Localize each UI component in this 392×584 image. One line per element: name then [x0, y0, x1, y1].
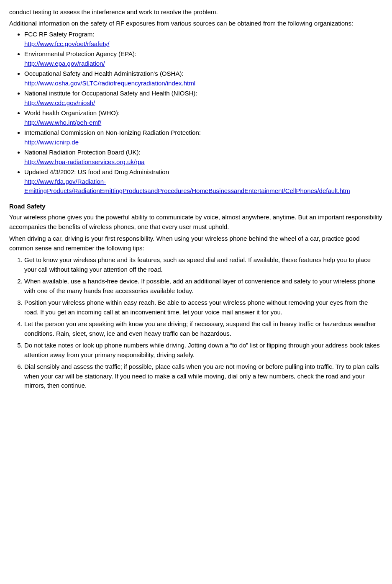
- numbered-item-1: When available, use a hands-free device.…: [24, 277, 383, 296]
- bullet-item-7: Updated 4/3/2002: US food and Drug Admin…: [24, 167, 383, 196]
- numbered-item-5: Dial sensibly and assess the traffic; if…: [24, 362, 383, 391]
- bullet-item-5: International Commission on Non-Ionizing…: [24, 128, 383, 147]
- main-content: conduct testing to assess the interferen…: [9, 8, 383, 391]
- bullet-link-4[interactable]: http://www.who.int/peh-emf/: [24, 119, 101, 126]
- bullet-link-5[interactable]: http://www.icnirp.de: [24, 139, 79, 146]
- numbered-list: Get to know your wireless phone and its …: [24, 255, 383, 391]
- bullet-link-7[interactable]: http://www.fda.gov/Radiation-EmittingPro…: [24, 178, 350, 195]
- numbered-item-0: Get to know your wireless phone and its …: [24, 255, 383, 274]
- road-safety-para1: Your wireless phone gives you the powerf…: [9, 213, 383, 232]
- bullet-item-4: World health Organization (WHO):http://w…: [24, 108, 383, 127]
- numbered-item-3: Let the person you are speaking with kno…: [24, 319, 383, 338]
- bullet-link-2[interactable]: http://www.osha.gov/SLTC/radiofrequencyr…: [24, 80, 195, 87]
- bullet-item-0: FCC RF Safety Program:http://www.fcc.gov…: [24, 30, 383, 49]
- bullet-item-2: Occupational Safety and Health Administr…: [24, 69, 383, 88]
- bullet-item-1: Environmental Protection Agency (EPA):ht…: [24, 49, 383, 68]
- bullet-link-3[interactable]: http://www.cdc.gov/niosh/: [24, 99, 95, 106]
- intro-line2: Additional information on the safety of …: [9, 19, 383, 28]
- bullet-item-6: National Radiation Protection Board (UK)…: [24, 148, 383, 167]
- numbered-item-4: Do not take notes or look up phone numbe…: [24, 341, 383, 360]
- intro-line1: conduct testing to assess the interferen…: [9, 8, 383, 17]
- bullet-link-1[interactable]: http://www.epa.gov/radiation/: [24, 60, 105, 67]
- bullet-link-0[interactable]: http://www.fcc.gov/oet/rfsafety/: [24, 40, 109, 47]
- road-safety-heading: Road Safety: [9, 202, 383, 211]
- bullet-link-6[interactable]: http://www.hpa-radiationservices.org.uk/…: [24, 158, 145, 165]
- road-safety-para2: When driving a car, driving is your firs…: [9, 234, 383, 253]
- bullet-item-3: National institute for Occupational Safe…: [24, 89, 383, 108]
- bullet-list: FCC RF Safety Program:http://www.fcc.gov…: [24, 30, 383, 196]
- numbered-item-2: Position your wireless phone within easy…: [24, 298, 383, 317]
